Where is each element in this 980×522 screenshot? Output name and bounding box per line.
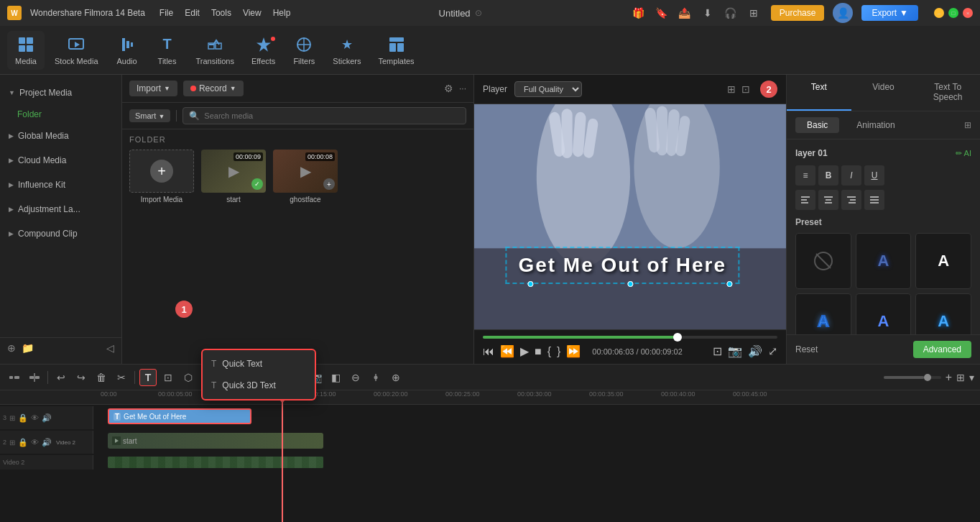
adjustment-toggle[interactable]: ▶ Adjustment La... — [9, 201, 113, 217]
more-options-icon[interactable]: ··· — [459, 83, 466, 93]
minimize-button[interactable]: – — [934, 8, 944, 18]
tl-crop-icon[interactable]: ⊡ — [160, 369, 177, 386]
tool-audio[interactable]: Audio — [108, 31, 146, 70]
progress-bar[interactable] — [483, 336, 777, 339]
menu-help[interactable]: Help — [273, 8, 291, 18]
step-fwd-button[interactable]: ⏩ — [566, 344, 581, 358]
bookmark-icon[interactable]: 🔖 — [653, 4, 670, 22]
import-button[interactable]: Import ▼ — [129, 81, 177, 96]
preset-a-blue-solid[interactable]: A — [856, 293, 912, 334]
folder-item[interactable]: Folder — [0, 105, 121, 124]
track-2-eye-icon[interactable]: 👁 — [31, 438, 39, 447]
step-back-button[interactable]: ⏪ — [500, 344, 514, 358]
sub-tab-expand-icon[interactable]: ⊞ — [964, 120, 971, 130]
tl-zoom-thumb[interactable] — [924, 374, 931, 381]
tool-filters[interactable]: Filters — [285, 31, 323, 70]
subtab-basic[interactable]: Basic — [795, 117, 839, 133]
bold-button[interactable]: B — [818, 165, 838, 186]
snapshot-button[interactable]: 📷 — [728, 344, 742, 358]
preset-a-white[interactable]: A — [915, 233, 971, 289]
import-media-item[interactable]: + Import Media — [129, 150, 194, 203]
ghostface-media-item[interactable]: ▶ 00:00:08 + ghostface — [273, 150, 338, 203]
menu-file[interactable]: File — [160, 8, 173, 18]
handle-bc[interactable] — [627, 281, 633, 287]
fullscreen-button[interactable]: ⤢ — [768, 344, 777, 358]
tl-track-menu-icon[interactable]: ⊞ — [956, 372, 965, 383]
volume-button[interactable]: 🔊 — [748, 344, 762, 358]
start-media-item[interactable]: ▶ 00:00:09 ✓ start — [201, 150, 266, 203]
preset-none[interactable] — [795, 233, 851, 289]
progress-thumb[interactable] — [673, 333, 682, 342]
new-folder-icon[interactable]: 📁 — [22, 342, 34, 354]
handle-bl[interactable] — [527, 281, 533, 287]
tl-add-track-icon[interactable] — [6, 369, 23, 386]
tl-zoom-add-icon[interactable]: + — [946, 371, 952, 384]
search-input[interactable] — [204, 111, 460, 120]
in-point-button[interactable]: { — [547, 345, 551, 358]
tl-cut-icon[interactable]: ✂ — [113, 369, 130, 386]
tl-mask-icon[interactable]: ⬡ — [180, 369, 197, 386]
out-point-button[interactable]: } — [557, 345, 560, 358]
record-button[interactable]: Record ▼ — [183, 81, 244, 96]
italic-button[interactable]: I — [841, 165, 861, 186]
menu-tools[interactable]: Tools — [211, 8, 231, 18]
tl-zoom-track[interactable] — [884, 376, 941, 379]
headset-icon[interactable]: 🎧 — [722, 4, 739, 22]
tl-marker-icon[interactable]: ⊖ — [347, 369, 364, 386]
share-icon[interactable]: 📤 — [676, 4, 693, 22]
ai-edit-icon[interactable]: ✏ AI — [956, 149, 971, 158]
export-button[interactable]: Export ▼ — [861, 5, 918, 21]
advanced-button[interactable]: Advanced — [913, 341, 971, 358]
stop-button[interactable]: ■ — [535, 345, 542, 358]
underline-button[interactable]: U — [864, 165, 884, 186]
tool-stickers[interactable]: ★ Stickers — [325, 31, 368, 70]
compound-clip-toggle[interactable]: ▶ Compound Clip — [9, 226, 113, 242]
close-button[interactable]: × — [963, 8, 973, 18]
maximize-button[interactable]: □ — [948, 8, 958, 18]
project-media-toggle[interactable]: ▼ Project Media — [9, 85, 113, 101]
play-button[interactable]: ▶ — [520, 344, 529, 358]
tool-transitions[interactable]: Transitions — [189, 31, 241, 70]
collapse-panel-icon[interactable]: ◁ — [106, 342, 114, 354]
preset-a-blue-glow[interactable]: A — [795, 293, 851, 334]
align-justify-button[interactable] — [864, 190, 884, 210]
cloud-media-toggle[interactable]: ▶ Cloud Media — [9, 152, 113, 168]
tool-media[interactable]: Media — [7, 31, 45, 70]
filter-icon[interactable]: ⚙ — [444, 83, 453, 94]
grid-view-icon[interactable]: ⊞ — [727, 83, 736, 95]
tl-redo-icon[interactable]: ↪ — [73, 369, 90, 386]
preset-a-cyan[interactable]: A — [915, 293, 971, 334]
tl-collapse-icon[interactable]: ▾ — [969, 372, 974, 383]
tool-stock-media[interactable]: Stock Media — [47, 31, 106, 70]
aspect-ratio-button[interactable]: ⊡ — [713, 344, 722, 358]
tl-audio-mix-icon[interactable] — [367, 369, 384, 386]
purchase-button[interactable]: Purchase — [771, 5, 825, 21]
tool-templates[interactable]: Templates — [371, 31, 421, 70]
track-2-lock-icon[interactable]: 🔒 — [18, 438, 28, 447]
video-clip[interactable]: start — [108, 433, 323, 449]
tl-delete-icon[interactable]: 🗑 — [93, 369, 110, 386]
tl-track-panel-icon[interactable]: ◧ — [327, 369, 344, 386]
full-screen-icon[interactable]: ⊡ — [741, 83, 750, 95]
subtab-animation[interactable]: Animation — [845, 117, 906, 133]
align-right-button[interactable] — [841, 190, 861, 210]
smart-button[interactable]: Smart ▼ — [129, 109, 170, 122]
track-3-audio-icon[interactable]: 🔊 — [42, 413, 52, 423]
tl-snap-icon[interactable] — [26, 369, 43, 386]
influence-kit-toggle[interactable]: ▶ Influence Kit — [9, 177, 113, 193]
align-center-button[interactable] — [818, 190, 838, 210]
tl-text-tool-icon[interactable]: T — [139, 369, 157, 386]
quick-3d-text-item[interactable]: T Quick 3D Text — [203, 375, 315, 396]
track-3-lock-icon[interactable]: 🔒 — [18, 413, 28, 423]
quick-text-item[interactable]: T Quick Text — [203, 353, 315, 375]
preset-a-blue-outline[interactable]: A — [856, 233, 912, 289]
tab-video[interactable]: Video — [851, 75, 916, 111]
tl-undo-icon[interactable]: ↩ — [52, 369, 70, 386]
tab-text-to-speech[interactable]: Text To Speech — [915, 75, 980, 111]
track-3-eye-icon[interactable]: 👁 — [31, 413, 39, 422]
gift-icon[interactable]: 🎁 — [630, 4, 647, 22]
tool-titles[interactable]: T Titles — [149, 31, 186, 70]
track-2-audio-icon[interactable]: 🔊 — [42, 438, 52, 447]
tl-plus-icon[interactable]: ⊕ — [387, 369, 405, 386]
track-1-clip[interactable] — [108, 457, 323, 468]
